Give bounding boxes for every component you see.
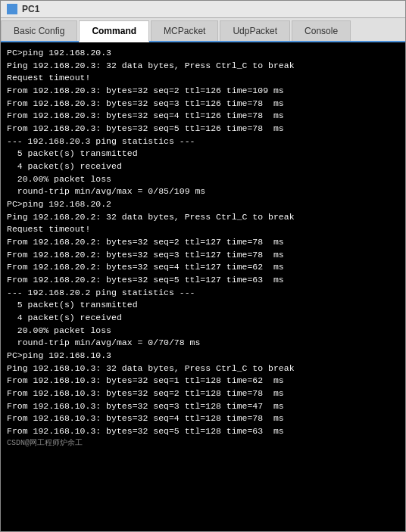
- terminal-line: From 192.168.20.2: bytes=32 seq=5 ttl=12…: [7, 274, 399, 287]
- terminal-line: From 192.168.10.3: bytes=32 seq=5 ttl=12…: [7, 425, 399, 438]
- terminal-line: From 192.168.20.3: bytes=32 seq=4 ttl=12…: [7, 110, 399, 123]
- terminal-line: PC>ping 192.168.10.3: [7, 350, 399, 362]
- terminal-line: From 192.168.10.3: bytes=32 seq=4 ttl=12…: [7, 412, 399, 425]
- title-icon: [7, 4, 17, 14]
- terminal-line: Ping 192.168.10.3: 32 data bytes, Press …: [7, 362, 399, 375]
- terminal-line: Request timeout!: [7, 72, 399, 85]
- tab-bar: Basic Config Command MCPacket UdpPacket …: [1, 18, 405, 42]
- terminal-line: From 192.168.20.3: bytes=32 seq=2 ttl=12…: [7, 85, 399, 98]
- terminal-line: Ping 192.168.20.2: 32 data bytes, Press …: [7, 211, 399, 224]
- terminal-line: 4 packet(s) received: [7, 312, 399, 325]
- tab-udppacket[interactable]: UdpPacket: [220, 20, 290, 41]
- terminal-line: From 192.168.10.3: bytes=32 seq=3 ttl=12…: [7, 400, 399, 413]
- terminal-line: From 192.168.20.3: bytes=32 seq=3 ttl=12…: [7, 98, 399, 110]
- terminal-line: Request timeout!: [7, 223, 399, 236]
- window-title: PC1: [22, 4, 39, 14]
- terminal-line: PC>ping 192.168.20.3: [7, 47, 399, 60]
- terminal-line: 4 packet(s) received: [7, 160, 399, 173]
- terminal-line: From 192.168.10.3: bytes=32 seq=2 ttl=12…: [7, 387, 399, 400]
- terminal-line: From 192.168.20.2: bytes=32 seq=4 ttl=12…: [7, 261, 399, 274]
- terminal-line: --- 192.168.20.3 ping statistics ---: [7, 135, 399, 148]
- tab-basic-config[interactable]: Basic Config: [1, 20, 77, 41]
- watermark: CSDN@网工程师炉余工: [7, 438, 399, 450]
- terminal-line: 5 packet(s) transmitted: [7, 299, 399, 312]
- terminal-line: From 192.168.10.3: bytes=32 seq=1 ttl=12…: [7, 375, 399, 387]
- main-window: PC1 Basic Config Command MCPacket UdpPac…: [0, 0, 406, 532]
- terminal-line: 20.00% packet loss: [7, 325, 399, 338]
- tab-command[interactable]: Command: [79, 20, 149, 42]
- terminal-line: 5 packet(s) transmitted: [7, 148, 399, 160]
- terminal-line: PC>ping 192.168.20.2: [7, 198, 399, 211]
- terminal-line: From 192.168.20.2: bytes=32 seq=2 ttl=12…: [7, 236, 399, 249]
- terminal-line: From 192.168.20.2: bytes=32 seq=3 ttl=12…: [7, 249, 399, 262]
- terminal-line: Ping 192.168.20.3: 32 data bytes, Press …: [7, 60, 399, 73]
- terminal-line: round-trip min/avg/max = 0/70/78 ms: [7, 337, 399, 350]
- tab-console[interactable]: Console: [292, 20, 351, 41]
- terminal-output[interactable]: PC>ping 192.168.20.3Ping 192.168.20.3: 3…: [1, 42, 405, 531]
- terminal-line: From 192.168.20.3: bytes=32 seq=5 ttl=12…: [7, 123, 399, 135]
- terminal-line: round-trip min/avg/max = 0/85/109 ms: [7, 185, 399, 198]
- terminal-line: 20.00% packet loss: [7, 173, 399, 186]
- title-bar: PC1: [1, 1, 405, 18]
- terminal-line: --- 192.168.20.2 ping statistics ---: [7, 287, 399, 300]
- tab-mcpacket[interactable]: MCPacket: [151, 20, 218, 41]
